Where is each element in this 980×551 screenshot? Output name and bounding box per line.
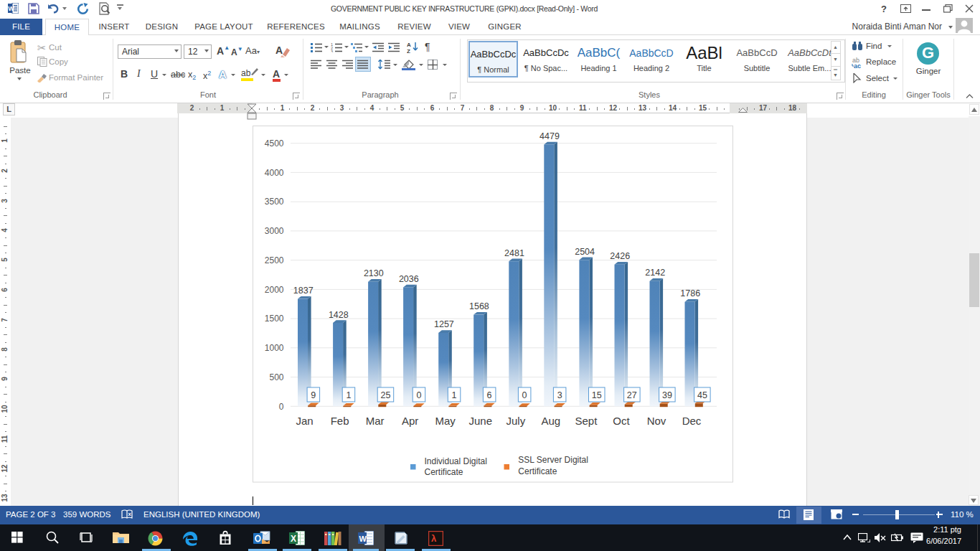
svg-text:A: A	[275, 44, 283, 56]
svg-text:Sept: Sept	[575, 415, 598, 427]
svg-text:x: x	[128, 511, 132, 517]
svg-text:Z: Z	[407, 48, 410, 53]
svg-text:2142: 2142	[645, 268, 665, 278]
svg-text:2481: 2481	[504, 248, 524, 258]
svg-text:500: 500	[269, 372, 283, 382]
svg-text:1: 1	[452, 390, 457, 400]
svg-text:3500: 3500	[265, 197, 284, 207]
svg-text:3: 3	[557, 390, 562, 400]
svg-text:25: 25	[381, 390, 391, 400]
svg-text:Individual Digital: Individual Digital	[425, 456, 487, 466]
svg-text:3000: 3000	[265, 226, 284, 236]
svg-text:3: 3	[331, 50, 333, 52]
svg-text:X: X	[291, 534, 296, 544]
svg-text:Nov: Nov	[647, 415, 666, 427]
svg-text:2000: 2000	[265, 285, 284, 295]
svg-text:45: 45	[697, 390, 707, 400]
svg-text:Dec: Dec	[682, 415, 702, 427]
svg-text:0: 0	[417, 390, 422, 400]
svg-text:2504: 2504	[575, 247, 595, 257]
svg-text:0: 0	[279, 402, 284, 412]
svg-text:9: 9	[311, 390, 316, 400]
svg-text:0: 0	[522, 390, 527, 400]
svg-text:2036: 2036	[399, 274, 419, 284]
svg-text:Oct: Oct	[613, 415, 630, 427]
svg-text:4479: 4479	[540, 131, 560, 141]
svg-text:ac: ac	[854, 62, 861, 68]
svg-text:1786: 1786	[680, 288, 700, 298]
svg-text:Certificate: Certificate	[518, 466, 557, 476]
svg-text:1837: 1837	[293, 286, 314, 296]
svg-text:1: 1	[346, 390, 351, 400]
svg-text:15: 15	[592, 390, 602, 400]
svg-text:Apr: Apr	[402, 415, 418, 427]
svg-text:4500: 4500	[265, 138, 284, 149]
svg-text:June: June	[469, 415, 493, 427]
svg-text:2426: 2426	[610, 251, 630, 261]
svg-text:6: 6	[487, 390, 492, 400]
svg-text:May: May	[435, 415, 456, 427]
svg-text:July: July	[506, 415, 525, 427]
svg-text:SSL Server Digital: SSL Server Digital	[518, 455, 588, 465]
svg-text:1000: 1000	[265, 343, 284, 353]
svg-text:Mar: Mar	[366, 415, 385, 427]
svg-text:Jan: Jan	[296, 415, 313, 427]
svg-text:1500: 1500	[265, 314, 284, 324]
svg-text:4000: 4000	[265, 168, 284, 178]
svg-text:W: W	[359, 534, 367, 543]
svg-text:Feb: Feb	[331, 415, 349, 427]
svg-text:27: 27	[627, 390, 637, 400]
svg-text:1428: 1428	[329, 310, 349, 320]
svg-text:A: A	[407, 42, 411, 48]
svg-text:2130: 2130	[364, 268, 384, 278]
svg-text:Certificate: Certificate	[425, 467, 463, 477]
svg-text:39: 39	[662, 390, 672, 400]
svg-text:1568: 1568	[469, 301, 489, 311]
svg-text:λ: λ	[431, 533, 437, 544]
svg-text:1257: 1257	[434, 319, 454, 329]
svg-text:2500: 2500	[265, 255, 284, 265]
svg-text:Aug: Aug	[541, 415, 560, 427]
